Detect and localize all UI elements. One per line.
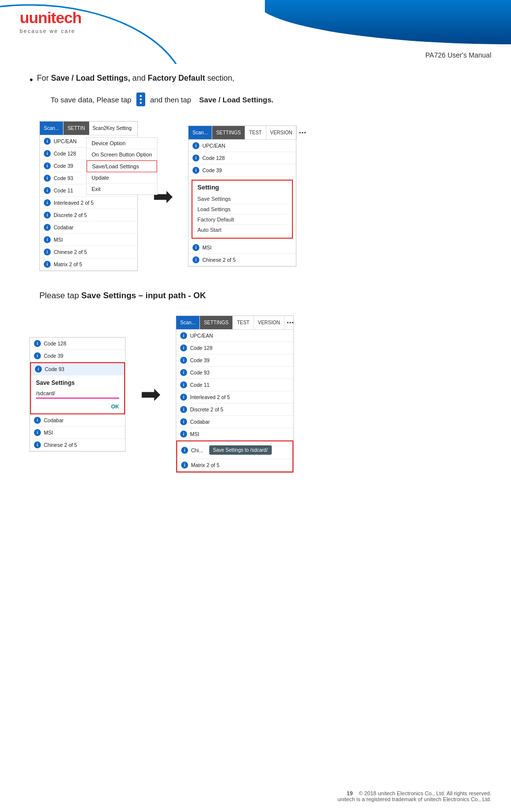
- list-item: i Code 39: [176, 354, 293, 367]
- three-dot-right2[interactable]: [285, 316, 296, 329]
- info-icon: i: [180, 344, 187, 351]
- left-screenshot-1: Scan... SETTIN Scan2Key Setting i UPC/EA…: [39, 121, 138, 271]
- list-item: i Discrete 2 of 5: [176, 404, 293, 416]
- list-item: i Chinese 2 of 5: [189, 254, 296, 266]
- tab-scan-left1[interactable]: Scan...: [40, 122, 64, 135]
- main-content: • For Save / Load Settings, and Factory …: [0, 64, 511, 512]
- info-icon: i: [44, 150, 51, 157]
- menu-header-label: Scan2Key Setting: [90, 122, 137, 135]
- header-arc-svg: [0, 0, 197, 64]
- info-icon: i: [180, 357, 187, 364]
- popup-load-settings[interactable]: Load Settings: [197, 204, 287, 215]
- screenshots-row-1: Scan... SETTIN Scan2Key Setting i UPC/EA…: [30, 121, 481, 271]
- popup-save-settings[interactable]: Save Settings: [197, 194, 287, 204]
- three-dot-menu-icon: [136, 93, 145, 106]
- save-dialog-section: i Code 93 Save Settings /sdcard/ OK: [30, 362, 125, 414]
- info-icon: i: [44, 175, 51, 182]
- bullet-text: • For Save / Load Settings, and Factory …: [30, 74, 481, 86]
- tab-version-right1[interactable]: VERSION: [266, 126, 297, 139]
- list-item: i Code 39: [189, 164, 296, 177]
- tab-settings-right2[interactable]: SETTINGS: [200, 316, 233, 329]
- tab-test-right1[interactable]: TEST: [245, 126, 266, 139]
- screenshots-row-2: i Code 128 i Code 39 i Code 93 Save Sett…: [30, 315, 481, 473]
- info-icon: i: [44, 162, 51, 169]
- list-item-code93: i Code 93: [31, 363, 124, 375]
- page-title: PA726 User's Manual: [425, 51, 491, 59]
- left-screenshot-2: i Code 128 i Code 39 i Code 93 Save Sett…: [30, 337, 126, 452]
- tab-bar-right2: Scan... SETTINGS TEST VERSION: [176, 316, 293, 330]
- tab-settings-left1[interactable]: SETTIN: [64, 122, 90, 135]
- bullet-dot: •: [30, 74, 33, 86]
- page-footer: 19 © 2018 unitech Electronics Co., Ltd. …: [338, 790, 491, 802]
- list-item: i Chi... Save Settings to /sdcard/: [177, 441, 292, 459]
- info-icon: i: [34, 441, 41, 448]
- info-icon: i: [34, 340, 41, 347]
- tap-bold: Save / Load Settings.: [199, 95, 274, 104]
- tap-text1: To save data, Please tap: [51, 95, 131, 104]
- info-icon: i: [180, 406, 187, 413]
- info-icon: i: [44, 199, 51, 206]
- right-screenshot-2: Scan... SETTINGS TEST VERSION i: [176, 315, 294, 473]
- list-item: i MSI: [189, 242, 296, 254]
- ok-button[interactable]: OK: [36, 404, 119, 409]
- svg-rect-1: [0, 0, 197, 64]
- info-icon: i: [180, 369, 187, 376]
- list-item: i Codabar: [176, 416, 293, 428]
- toast-notification: Save Settings to /sdcard/: [209, 445, 272, 455]
- tab-test-right2[interactable]: TEST: [233, 316, 254, 329]
- menu-on-screen[interactable]: On Screen Button Option: [87, 149, 157, 160]
- info-icon: i: [44, 236, 51, 243]
- list-item: i Chinese 2 of 5: [40, 246, 137, 258]
- menu-update[interactable]: Update: [87, 172, 157, 184]
- info-icon: i: [181, 447, 188, 454]
- list-item: i Code 39: [30, 350, 125, 362]
- info-icon: i: [34, 352, 41, 359]
- info-icon: i: [181, 462, 188, 468]
- list-item: i Code 128: [30, 338, 125, 350]
- info-icon: i: [180, 394, 187, 401]
- menu-device-option[interactable]: Device Option: [87, 138, 157, 149]
- menu-exit[interactable]: Exit: [87, 184, 157, 194]
- tab-scan-right1[interactable]: Scan...: [189, 126, 212, 139]
- info-icon: i: [44, 187, 51, 194]
- page-number: 19: [347, 790, 352, 796]
- info-icon: i: [44, 224, 51, 231]
- list-item: i Codabar: [40, 221, 137, 234]
- info-icon: i: [44, 212, 51, 219]
- popup-auto-start[interactable]: Auto Start: [197, 225, 287, 235]
- context-menu-overlay-left1: Device Option On Screen Button Option Sa…: [84, 135, 160, 197]
- save-path-input[interactable]: /sdcard/: [36, 390, 119, 399]
- tab-version-right2[interactable]: VERSION: [254, 316, 285, 329]
- tab-bar-left1: Scan... SETTIN Scan2Key Setting: [40, 122, 137, 135]
- info-icon: i: [34, 429, 41, 436]
- bullet-text-before: For: [37, 74, 51, 82]
- section2-title: Please tap Save Settings – input path - …: [30, 291, 481, 301]
- tab-bar-right1: Scan... SETTINGS TEST VERSION: [189, 126, 296, 140]
- list-item: i Interleaved 2 of 5: [40, 197, 137, 209]
- arrow-right-2: ➡: [140, 380, 161, 408]
- list-item: i Interleaved 2 of 5: [176, 391, 293, 404]
- three-dot-right1[interactable]: [297, 126, 308, 139]
- tab-settings-right1[interactable]: SETTINGS: [212, 126, 245, 139]
- save-dialog-inner: Save Settings /sdcard/ OK: [31, 375, 124, 413]
- list-item: i Codabar: [30, 414, 125, 427]
- tab-scan-right2[interactable]: Scan...: [176, 316, 200, 329]
- info-icon: i: [192, 167, 199, 174]
- bullet-bold1: Save / Load Settings,: [51, 74, 130, 82]
- info-icon: i: [180, 381, 187, 388]
- page-header: uunitech because we care PA726 User's Ma…: [0, 0, 511, 64]
- list-item: i Matrix 2 of 5: [177, 459, 292, 471]
- bullet-text-section: section,: [205, 74, 234, 82]
- menu-save-load[interactable]: Save/Load Settings: [87, 160, 157, 172]
- list-item: i MSI: [30, 427, 125, 439]
- list-item: i UPC/EAN: [176, 330, 293, 342]
- right-screenshot-1: Scan... SETTINGS TEST VERSION: [188, 125, 296, 267]
- left1-body: i UPC/EAN i Code 128 i Code 39 i Code 93: [40, 135, 137, 271]
- info-icon: i: [192, 155, 199, 161]
- info-icon: i: [44, 249, 51, 255]
- popup-factory-default[interactable]: Factory Default: [197, 215, 287, 225]
- info-icon: i: [192, 142, 199, 149]
- tap-instruction: To save data, Please tap and then tap Sa…: [30, 93, 481, 106]
- list-item: i Code 128: [176, 342, 293, 354]
- list-item: i Code 93: [176, 367, 293, 379]
